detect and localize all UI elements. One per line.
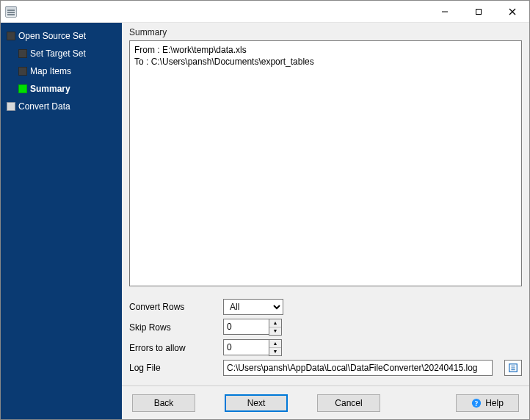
step-status-icon bbox=[18, 67, 27, 76]
step-label: Map Items bbox=[30, 66, 71, 76]
browse-icon bbox=[508, 363, 518, 373]
step-label: Convert Data bbox=[18, 101, 70, 112]
errors-allow-up-button[interactable]: ▲ bbox=[269, 340, 281, 348]
log-file-label: Log File bbox=[129, 363, 216, 373]
section-title: Summary bbox=[122, 23, 529, 40]
skip-rows-up-button[interactable]: ▲ bbox=[269, 319, 281, 327]
minimize-button[interactable] bbox=[428, 1, 462, 22]
errors-allow-input[interactable] bbox=[223, 339, 269, 355]
step-set-target-set[interactable]: Set Target Set bbox=[2, 45, 119, 62]
step-open-source-set[interactable]: Open Source Set bbox=[2, 27, 119, 45]
skip-rows-label: Skip Rows bbox=[129, 322, 216, 333]
maximize-button[interactable] bbox=[462, 1, 495, 22]
minimize-icon bbox=[441, 8, 449, 15]
errors-allow-spinner[interactable]: ▲ ▼ bbox=[223, 339, 282, 356]
convert-rows-label: Convert Rows bbox=[129, 302, 216, 312]
title-bar bbox=[1, 1, 529, 23]
summary-textbox[interactable]: From : E:\work\temp\data.xls To : C:\Use… bbox=[129, 40, 522, 286]
errors-allow-down-button[interactable]: ▼ bbox=[269, 348, 281, 356]
main-panel: Summary From : E:\work\temp\data.xls To … bbox=[122, 23, 529, 419]
help-icon: ? bbox=[471, 398, 482, 408]
log-file-input[interactable] bbox=[223, 360, 493, 376]
step-label: Summary bbox=[30, 84, 70, 94]
step-label: Set Target Set bbox=[30, 48, 86, 59]
skip-rows-down-button[interactable]: ▼ bbox=[269, 327, 281, 336]
close-button[interactable] bbox=[495, 1, 529, 22]
step-status-icon bbox=[7, 32, 15, 40]
step-summary[interactable]: Summary bbox=[2, 80, 119, 98]
app-icon bbox=[5, 6, 17, 18]
step-convert-data[interactable]: Convert Data bbox=[2, 98, 119, 115]
svg-text:?: ? bbox=[475, 399, 479, 407]
step-status-icon bbox=[18, 84, 27, 93]
wizard-steps: Open Source Set Set Target Set Map Items… bbox=[2, 27, 119, 115]
button-bar: Back Next Cancel ? Help bbox=[122, 385, 529, 419]
browse-log-button[interactable] bbox=[504, 360, 522, 376]
maximize-icon bbox=[475, 8, 482, 15]
step-map-items[interactable]: Map Items bbox=[2, 62, 119, 80]
app-window: Open Source Set Set Target Set Map Items… bbox=[0, 0, 530, 420]
close-icon bbox=[509, 8, 516, 15]
back-button[interactable]: Back bbox=[132, 394, 195, 412]
step-status-icon bbox=[18, 49, 27, 58]
skip-rows-input[interactable] bbox=[223, 319, 269, 335]
svg-rect-1 bbox=[476, 9, 482, 14]
step-status-icon bbox=[7, 102, 15, 111]
options-panel: Convert Rows All Skip Rows ▲ ▼ bbox=[122, 292, 529, 385]
next-button[interactable]: Next bbox=[225, 394, 288, 412]
convert-rows-select[interactable]: All bbox=[223, 299, 283, 315]
cancel-button[interactable]: Cancel bbox=[317, 394, 380, 412]
wizard-sidebar: Open Source Set Set Target Set Map Items… bbox=[1, 23, 122, 419]
help-button[interactable]: ? Help bbox=[456, 394, 519, 412]
errors-allow-label: Errors to allow bbox=[129, 343, 216, 353]
step-label: Open Source Set bbox=[18, 31, 86, 41]
skip-rows-spinner[interactable]: ▲ ▼ bbox=[223, 319, 282, 336]
